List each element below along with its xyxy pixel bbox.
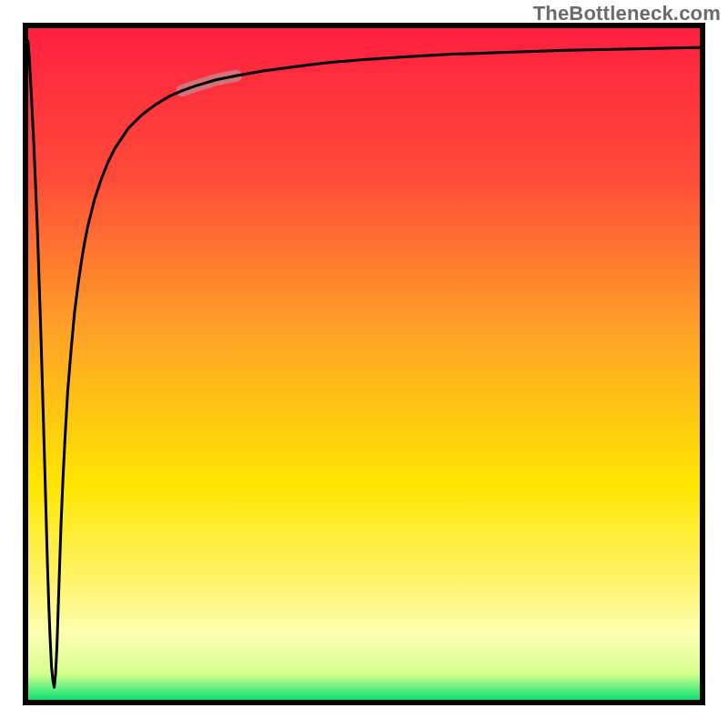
chart-container: TheBottleneck.com [0,0,728,728]
chart-svg [0,0,728,728]
watermark-text: TheBottleneck.com [533,2,721,25]
